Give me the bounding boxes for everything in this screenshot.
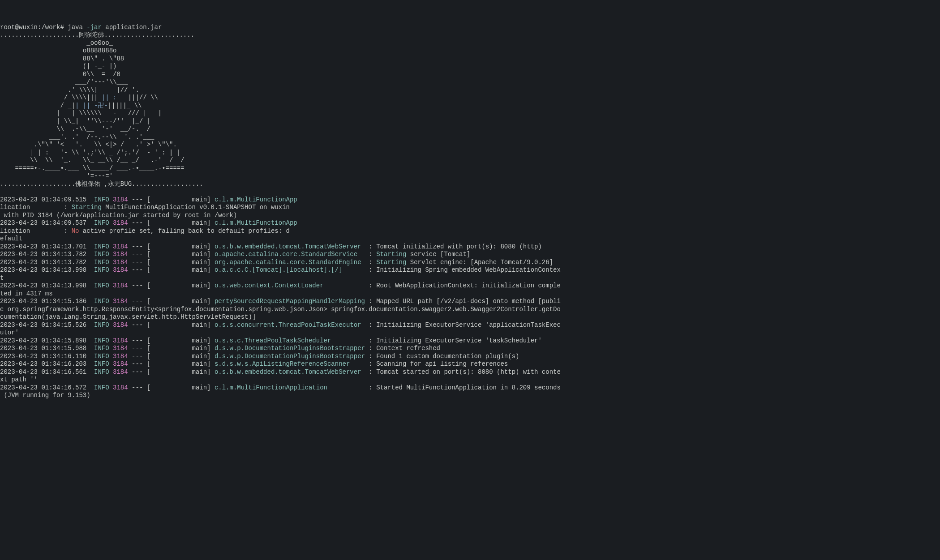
- log-pid: 3184: [113, 243, 128, 250]
- log-timestamp: 2023-04-23 01:34:16.561: [0, 368, 86, 376]
- log-logger: c.l.m.MultiFunctionApp: [215, 196, 297, 203]
- log-logger: pertySourcedRequestMappingHandlerMapping: [215, 298, 369, 305]
- log-continuation: t: [0, 274, 4, 282]
- log-timestamp: 2023-04-23 01:34:13.782: [0, 259, 86, 266]
- log-continuation: utor': [0, 329, 19, 336]
- log-pid: 3184: [113, 266, 128, 274]
- log-msg: Servlet engine: [Apache Tomcat/9.0.26]: [406, 259, 553, 266]
- log-logger: c.l.m.MultiFunctionApplication: [215, 384, 369, 391]
- log-msg: service [Tomcat]: [406, 251, 470, 258]
- ascii-line: | | : '- \\ '.;'\\ _ /';.'/ - ' : | |: [0, 149, 180, 156]
- shell-prompt: root@wuxin:/work#: [0, 24, 68, 31]
- log-logger: d.s.w.p.DocumentationPluginsBootstrapper: [215, 345, 369, 352]
- log-logger: o.apache.catalina.core.StandardService: [215, 251, 369, 258]
- log-msg: :: [369, 259, 376, 266]
- log-continuation: c org.springframework.http.ResponseEntit…: [0, 306, 561, 313]
- log-sep: --- [ main]: [128, 282, 215, 289]
- ascii-line: .\"\" '< '.___\\_<|>_/___.' >' \"\".: [0, 141, 177, 148]
- log-level: INFO: [94, 353, 109, 360]
- log-continuation: lication :: [0, 227, 72, 235]
- log-keyword: Starting: [376, 259, 406, 266]
- log-sep: --- [ main]: [128, 337, 215, 344]
- ascii-line: |||// \\: [116, 94, 158, 101]
- log-keyword: Starting: [376, 251, 406, 258]
- log-pid: 3184: [113, 353, 128, 360]
- log-msg: : Scanning for api listing references: [369, 360, 508, 368]
- ascii-line: 88\" . \"88: [0, 55, 124, 62]
- log-level: INFO: [94, 321, 109, 329]
- log-pid: 3184: [113, 282, 128, 289]
- log-pid: 3184: [113, 259, 128, 266]
- log-msg: : Mapped URL path [/v2/api-docs] onto me…: [369, 298, 560, 305]
- ascii-line: =====•-.____•.___ \\_____/ ___.-•____.-•…: [0, 165, 185, 172]
- ascii-line: .....................阿弥陀佛...............…: [0, 31, 194, 38]
- log-keyword: Starting: [72, 204, 102, 211]
- log-level: INFO: [94, 219, 109, 227]
- log-sep: --- [ main]: [128, 298, 215, 305]
- log-timestamp: 2023-04-23 01:34:16.203: [0, 360, 86, 368]
- ascii-line: 0\\ = /0: [0, 71, 120, 78]
- cmd-opt: -jar: [86, 24, 102, 31]
- log-timestamp: 2023-04-23 01:34:09.515: [0, 196, 86, 203]
- log-level: INFO: [94, 251, 109, 258]
- log-continuation: cumentation(java.lang.String,javax.servl…: [0, 313, 256, 321]
- log-sep: --- [ main]: [128, 360, 215, 368]
- log-continuation: (JVM running for 9.153): [0, 392, 90, 399]
- log-pid: 3184: [113, 337, 128, 344]
- log-logger: s.d.s.w.s.ApiListingReferenceScanner: [215, 360, 369, 368]
- log-level: INFO: [94, 259, 109, 266]
- log-msg: : Started MultiFunctionApplication in 8.…: [369, 384, 560, 391]
- log-sep: --- [ main]: [128, 266, 215, 274]
- ascii-line: \\ \\ '_. \\_ __\\ /__ _/ .-' / /: [0, 157, 185, 164]
- log-continuation: ted in 4317 ms: [0, 290, 53, 297]
- ascii-line: |||||_ \\: [108, 102, 142, 109]
- log-pid: 3184: [113, 251, 128, 258]
- log-logger: o.s.b.w.embedded.tomcat.TomcatWebServer: [215, 368, 369, 376]
- log-msg: MultiFunctionApplication v0.0.1-SNAPSHOT…: [102, 204, 290, 211]
- log-pid: 3184: [113, 384, 128, 391]
- log-msg: : Root WebApplicationContext: initializa…: [369, 282, 560, 289]
- log-pid: 3184: [113, 298, 128, 305]
- ascii-line: ___'. .' /--.--\\ '. .'___: [0, 133, 154, 141]
- log-timestamp: 2023-04-23 01:34:13.782: [0, 251, 86, 258]
- ascii-line: ___/'---'\\___: [0, 78, 128, 85]
- log-area: 2023-04-23 01:34:09.515 INFO 3184 --- [ …: [0, 196, 940, 400]
- ascii-blue: || :: [98, 94, 116, 101]
- log-level: INFO: [94, 298, 109, 305]
- log-msg: : Initializing ExecutorService 'applicat…: [369, 321, 560, 329]
- log-pid: 3184: [113, 321, 128, 329]
- terminal-output[interactable]: root@wuxin:/work# java -jar application.…: [0, 24, 940, 400]
- log-level: INFO: [94, 384, 109, 391]
- log-timestamp: 2023-04-23 01:34:13.998: [0, 266, 86, 274]
- log-level: INFO: [94, 345, 109, 352]
- ascii-line: / _|: [0, 102, 75, 109]
- log-msg: : Found 1 custom documentation plugin(s): [369, 353, 519, 360]
- log-sep: --- [ main]: [128, 219, 215, 227]
- ascii-line: (| -_- |): [0, 63, 116, 70]
- log-continuation: lication :: [0, 204, 72, 211]
- ascii-blue: | || -卍-: [75, 102, 108, 109]
- ascii-line: .' \\\\| |// '.: [0, 86, 139, 94]
- log-timestamp: 2023-04-23 01:34:15.186: [0, 298, 86, 305]
- log-sep: --- [ main]: [128, 243, 215, 250]
- log-sep: --- [ main]: [128, 384, 215, 391]
- cmd-java: java: [68, 24, 86, 31]
- log-logger: o.s.s.c.ThreadPoolTaskScheduler: [215, 337, 369, 344]
- ascii-line: o8888888o: [0, 47, 116, 54]
- log-continuation: xt path '': [0, 376, 38, 383]
- log-logger: d.s.w.p.DocumentationPluginsBootstrapper: [215, 353, 369, 360]
- log-keyword: No: [72, 227, 79, 235]
- log-level: INFO: [94, 196, 109, 203]
- log-msg: : Initializing Spring embedded WebApplic…: [369, 266, 560, 274]
- ascii-line: / \\\\|||: [0, 94, 98, 101]
- log-level: INFO: [94, 266, 109, 274]
- cmd-arg: application.jar: [102, 24, 162, 31]
- log-logger: o.s.s.concurrent.ThreadPoolTaskExecutor: [215, 321, 369, 329]
- ascii-line: | | \\\\\\ - /// | |: [0, 110, 162, 117]
- log-level: INFO: [94, 282, 109, 289]
- log-logger: o.s.web.context.ContextLoader: [215, 282, 369, 289]
- ascii-line: _oo0oo_: [0, 39, 113, 47]
- log-sep: --- [ main]: [128, 196, 215, 203]
- log-timestamp: 2023-04-23 01:34:15.988: [0, 345, 86, 352]
- log-timestamp: 2023-04-23 01:34:13.998: [0, 282, 86, 289]
